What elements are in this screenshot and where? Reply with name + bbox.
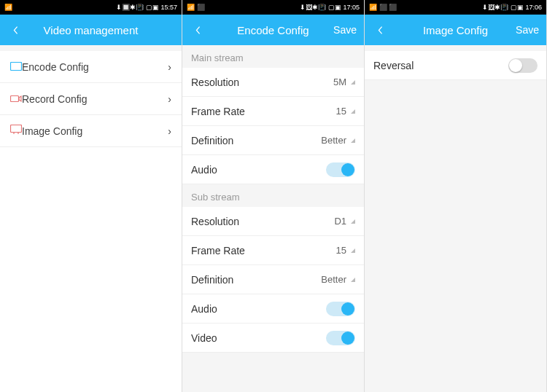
row-main-resolution[interactable]: Resolution5M (182, 68, 364, 97)
statusbar: 📶 ⬛ ⬇🖼✱📳 ▢▣ 17:05 (182, 0, 364, 15)
back-button[interactable] (0, 15, 31, 45)
menu-item-label: Encode Config (22, 61, 168, 73)
row-main-definition[interactable]: DefinitionBetter (182, 126, 364, 155)
row-label: Audio (191, 164, 326, 176)
row-sub-definition[interactable]: DefinitionBetter (182, 265, 364, 294)
header: Video management (0, 15, 182, 45)
audio-toggle[interactable] (326, 302, 355, 316)
row-label: Video (191, 332, 326, 344)
menu-item-encode-config[interactable]: Encode Config › (0, 51, 182, 83)
dropdown-icon (351, 138, 355, 143)
screen-video-management: 📶 ⬇🔲✱📳 ▢▣ 15:57 Video management Encode … (0, 0, 182, 392)
svg-rect-2 (11, 125, 22, 133)
svg-rect-0 (11, 62, 22, 70)
row-label: Audio (191, 303, 326, 315)
encode-icon (10, 61, 22, 73)
back-button[interactable] (365, 15, 395, 45)
toggle-knob (341, 332, 354, 345)
dropdown-icon (351, 219, 355, 224)
row-label: Resolution (191, 77, 333, 88)
row-value: 5M (333, 77, 346, 87)
dropdown-icon (351, 278, 355, 282)
header: Encode Config Save (182, 15, 364, 45)
group-header-main-stream: Main stream (182, 45, 364, 68)
row-sub-video: Video (182, 324, 364, 353)
chevron-right-icon: › (168, 93, 171, 105)
save-button[interactable]: Save (516, 24, 539, 36)
image-icon (10, 125, 22, 137)
statusbar-left: 📶 ⬛ (187, 4, 205, 11)
row-value: D1 (334, 216, 346, 227)
separator (0, 45, 182, 51)
dropdown-icon (351, 80, 355, 85)
row-label: Frame Rate (191, 106, 336, 117)
save-button[interactable]: Save (333, 24, 357, 36)
row-label: Reversal (373, 60, 508, 71)
row-main-framerate[interactable]: Frame Rate15 (182, 97, 364, 126)
row-reversal: Reversal (365, 51, 546, 80)
separator (365, 45, 546, 51)
menu-item-label: Record Config (22, 93, 168, 105)
statusbar: 📶 ⬛ ⬛ ⬇🖼✱📳 ▢▣ 17:06 (365, 0, 546, 15)
screen-encode-config: 📶 ⬛ ⬇🖼✱📳 ▢▣ 17:05 Encode Config Save Mai… (182, 0, 365, 392)
row-value: 15 (336, 106, 346, 117)
row-value: Better (321, 135, 346, 146)
row-label: Resolution (191, 216, 334, 227)
screen-image-config: 📶 ⬛ ⬛ ⬇🖼✱📳 ▢▣ 17:06 Image Config Save Re… (365, 0, 547, 392)
toggle-knob (509, 59, 522, 72)
statusbar-right: ⬇🔲✱📳 ▢▣ 15:57 (116, 4, 177, 11)
chevron-right-icon: › (168, 61, 171, 73)
row-label: Frame Rate (191, 245, 336, 256)
svg-rect-1 (11, 95, 19, 101)
record-icon (10, 93, 22, 105)
row-main-audio: Audio (182, 155, 364, 184)
row-value: Better (321, 274, 346, 285)
menu-item-label: Image Config (22, 125, 168, 137)
header: Image Config Save (365, 15, 546, 45)
body: Main stream Resolution5M Frame Rate15 De… (182, 45, 364, 392)
menu-item-image-config[interactable]: Image Config › (0, 115, 182, 147)
dropdown-icon (351, 109, 355, 114)
body: Encode Config › Record Config › Image Co… (0, 45, 182, 392)
statusbar-left: 📶 ⬛ ⬛ (369, 4, 397, 11)
audio-toggle[interactable] (326, 162, 355, 177)
toggle-knob (341, 163, 354, 176)
menu-item-record-config[interactable]: Record Config › (0, 83, 182, 115)
body: Reversal (365, 45, 546, 392)
chevron-right-icon: › (168, 125, 171, 137)
statusbar-left: 📶 (4, 4, 12, 11)
video-toggle[interactable] (326, 331, 355, 345)
row-label: Definition (191, 274, 321, 286)
row-label: Definition (191, 135, 321, 146)
row-value: 15 (336, 245, 346, 256)
statusbar-right: ⬇🖼✱📳 ▢▣ 17:06 (482, 4, 542, 11)
row-sub-framerate[interactable]: Frame Rate15 (182, 236, 364, 265)
statusbar: 📶 ⬇🔲✱📳 ▢▣ 15:57 (0, 0, 182, 15)
reversal-toggle[interactable] (508, 58, 538, 73)
dropdown-icon (351, 248, 355, 253)
row-sub-audio: Audio (182, 294, 364, 324)
toggle-knob (341, 302, 354, 315)
back-button[interactable] (182, 15, 213, 45)
group-header-sub-stream: Sub stream (182, 184, 364, 207)
statusbar-right: ⬇🖼✱📳 ▢▣ 17:05 (300, 4, 360, 11)
row-sub-resolution[interactable]: ResolutionD1 (182, 207, 364, 236)
